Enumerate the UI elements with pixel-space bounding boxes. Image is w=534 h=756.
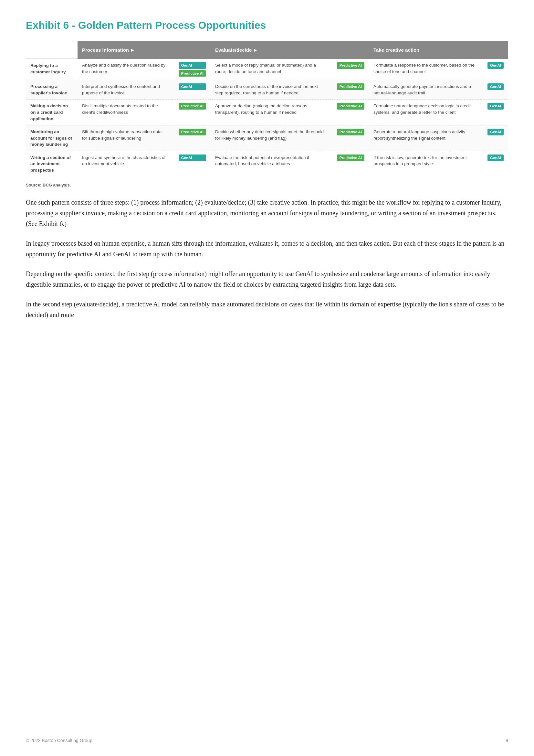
badge-predictiveai: Predictive AI: [337, 129, 365, 135]
process-badges: Predictive AI: [172, 99, 211, 125]
process-text: Analyze and classify the question raised…: [78, 59, 172, 80]
action-badges: GenAI: [481, 125, 508, 151]
col-header-process: Process information ►: [78, 41, 211, 59]
action-text: Automatically generate payment instructi…: [369, 80, 481, 99]
paragraph-2: In legacy processes based on human exper…: [26, 238, 508, 259]
source-text: BCG analysis.: [43, 183, 71, 187]
badge-predictiveai: Predictive AI: [179, 103, 206, 110]
paragraph-4: In the second step (evaluate/decide), a …: [26, 299, 508, 320]
page-title: Exhibit 6 - Golden Pattern Process Oppor…: [26, 19, 508, 31]
badge-genai: GenAI: [179, 154, 206, 161]
badge-genai: GenAI: [488, 83, 504, 90]
evaluate-badges: Predictive AI: [330, 99, 369, 125]
footer: © 2023 Boston Consulting Group 9: [26, 738, 508, 743]
process-badges: GenAI: [172, 80, 211, 99]
body-paragraphs: One such pattern consists of three steps…: [26, 197, 508, 320]
source-line: Source: BCG analysis.: [26, 183, 508, 187]
action-text: Generate a natural-language suspicious a…: [369, 125, 481, 151]
action-text: Formulate natural-language decision logi…: [369, 99, 481, 125]
evaluate-text: Decide on the correctness of the invoice…: [211, 80, 330, 99]
paragraph-1: One such pattern consists of three steps…: [26, 197, 508, 229]
action-text: Formulate a response to the customer, ba…: [369, 59, 481, 80]
footer-copyright: © 2023 Boston Consulting Group: [26, 738, 92, 743]
evaluate-text: Approve or decline (making the decline r…: [211, 99, 330, 125]
badge-genai: GenAI: [179, 62, 206, 69]
row-label: Replying to a customer inquiry: [26, 59, 78, 80]
action-text: If the risk is low, generate text for th…: [369, 151, 481, 176]
badge-genai: GenAI: [488, 154, 504, 161]
col-header-evaluate: Evaluate/decide ►: [211, 41, 369, 59]
evaluate-text: Decide whether any detected signals meet…: [211, 125, 330, 151]
evaluate-badges: Predictive AI: [330, 59, 369, 80]
badge-predictiveai: Predictive AI: [179, 70, 206, 77]
process-text: Sift through high-volume transaction dat…: [78, 125, 172, 151]
badge-predictiveai: Predictive AI: [337, 62, 365, 69]
action-badges: GenAI: [481, 151, 508, 176]
evaluate-badges: Predictive AI: [330, 151, 369, 176]
action-badges: GenAI: [481, 59, 508, 80]
row-label: Making a decision on a credit card appli…: [26, 99, 78, 125]
evaluate-text: Evaluate the risk of potential misrepres…: [211, 151, 330, 176]
exhibit-table: Example opportunities Process informatio…: [26, 41, 508, 177]
action-badges: GenAI: [481, 80, 508, 99]
paragraph-3: Depending on the specific context, the f…: [26, 269, 508, 290]
evaluate-badges: Predictive AI: [330, 125, 369, 151]
badge-genai: GenAI: [488, 103, 504, 110]
row-label: Monitoring an account for signs of money…: [26, 125, 78, 151]
process-text: Interpret and synthesize the content and…: [78, 80, 172, 99]
footer-page: 9: [506, 738, 508, 743]
evaluate-text: Select a mode of reply (manual or automa…: [211, 59, 330, 80]
badge-predictiveai: Predictive AI: [337, 154, 365, 161]
col-header-examples: Example opportunities: [26, 41, 78, 59]
row-label: Processing a supplier's invoice: [26, 80, 78, 99]
badge-predictiveai: Predictive AI: [337, 83, 365, 90]
badge-predictiveai: Predictive AI: [337, 103, 365, 110]
badge-genai: GenAI: [488, 62, 504, 69]
process-text: Distill multiple documents related to th…: [78, 99, 172, 125]
badge-genai: GenAI: [179, 83, 206, 90]
process-badges: Predictive AI: [172, 125, 211, 151]
process-badges: GenAI: [172, 151, 211, 176]
action-badges: GenAI: [481, 99, 508, 125]
badge-predictiveai: Predictive AI: [179, 129, 206, 135]
row-label: Writing a section of an investment prosp…: [26, 151, 78, 176]
badge-genai: GenAI: [488, 129, 504, 135]
col-header-action: Take creative action: [369, 41, 508, 59]
evaluate-badges: Predictive AI: [330, 80, 369, 99]
process-text: Ingest and synthesize the characteristic…: [78, 151, 172, 176]
process-badges: GenAIPredictive AI: [172, 59, 211, 80]
